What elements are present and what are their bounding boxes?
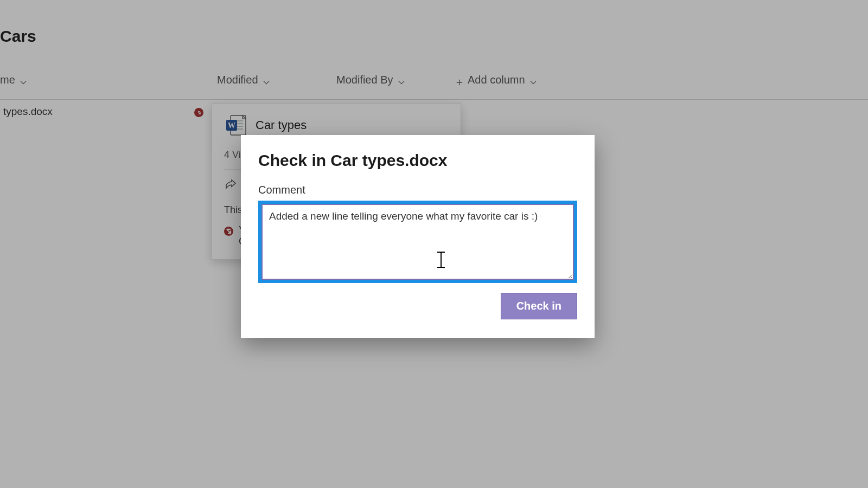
comment-label: Comment: [258, 184, 577, 196]
comment-field-highlight: [258, 201, 577, 283]
comment-textarea[interactable]: [261, 204, 574, 280]
check-in-button[interactable]: Check in: [501, 293, 577, 319]
dialog-title: Check in Car types.docx: [258, 151, 577, 170]
check-in-dialog: Check in Car types.docx Comment Check in: [241, 135, 595, 338]
